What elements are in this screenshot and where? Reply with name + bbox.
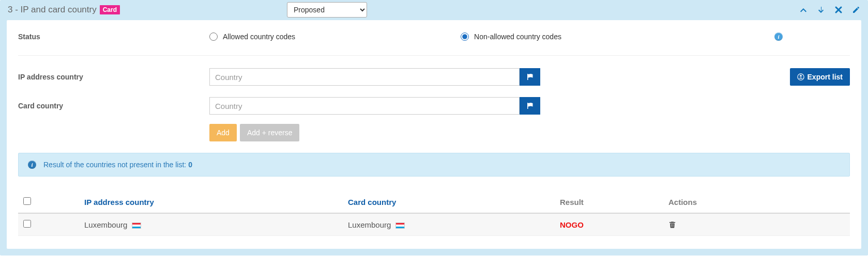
result-alert: i Result of the countries not present in… <box>18 153 850 177</box>
ip-country-input[interactable] <box>209 68 520 86</box>
card-country-label: Card country <box>18 102 209 110</box>
table-row: Luxembourg Luxembourg NOGO <box>18 213 850 236</box>
rule-panel: 3 - IP and card country Card Proposed <box>0 0 868 256</box>
radio-non-allowed-input[interactable] <box>461 33 469 41</box>
cell-result: NOGO <box>556 213 664 236</box>
panel-header: 3 - IP and card country Card Proposed <box>1 1 867 20</box>
alert-text: Result of the countries not present in t… <box>43 161 192 169</box>
panel-title: 3 - IP and card country <box>8 5 97 15</box>
state-select-wrap: Proposed <box>287 2 367 18</box>
flag-icon <box>526 73 534 81</box>
radio-non-allowed[interactable]: Non-allowed country codes <box>461 33 561 41</box>
th-ip[interactable]: IP address country <box>80 191 344 213</box>
th-result: Result <box>556 191 664 213</box>
header-actions <box>799 6 860 14</box>
state-select[interactable]: Proposed <box>287 2 367 18</box>
arrow-down-icon[interactable] <box>817 6 825 14</box>
radio-allowed-input[interactable] <box>209 33 218 41</box>
card-flag-button[interactable] <box>520 97 540 115</box>
card-country-row: Card country <box>18 97 850 115</box>
status-info[interactable]: i <box>774 33 783 41</box>
th-card[interactable]: Card country <box>344 191 556 213</box>
select-all-checkbox[interactable] <box>23 197 31 205</box>
flag-icon <box>526 102 534 110</box>
pencil-icon[interactable] <box>852 6 860 14</box>
status-row: Status Allowed country codes Non-allowed… <box>18 29 850 56</box>
radio-allowed-label: Allowed country codes <box>223 33 295 41</box>
add-buttons: Add Add + reverse <box>209 124 850 141</box>
cell-card: Luxembourg <box>344 213 556 236</box>
panel-body: Status Allowed country codes Non-allowed… <box>7 20 861 249</box>
ip-country-label: IP address country <box>18 73 209 81</box>
radio-non-allowed-label: Non-allowed country codes <box>474 33 561 41</box>
card-input-group <box>209 97 540 115</box>
status-radios: Allowed country codes Non-allowed countr… <box>209 33 850 41</box>
ip-flag-button[interactable] <box>520 68 540 86</box>
info-icon: i <box>774 33 783 41</box>
export-list-button[interactable]: Export list <box>790 68 850 86</box>
status-label: Status <box>18 33 209 41</box>
cell-ip: Luxembourg <box>80 213 344 236</box>
add-button[interactable]: Add <box>209 124 237 141</box>
luxembourg-flag-icon <box>395 222 405 229</box>
info-icon: i <box>28 161 36 169</box>
export-label: Export list <box>808 73 843 81</box>
trash-icon[interactable] <box>668 220 846 229</box>
cell-actions <box>664 213 850 236</box>
card-badge: Card <box>100 5 120 14</box>
ip-country-row: IP address country Export list <box>18 68 850 86</box>
th-actions: Actions <box>664 191 850 213</box>
add-reverse-button: Add + reverse <box>240 124 300 141</box>
row-checkbox[interactable] <box>23 220 31 228</box>
chevron-up-icon[interactable] <box>799 6 808 14</box>
close-icon[interactable] <box>834 6 843 14</box>
ip-input-group <box>209 68 540 86</box>
card-country-input[interactable] <box>209 97 520 115</box>
radio-allowed[interactable]: Allowed country codes <box>209 33 295 41</box>
countries-table: IP address country Card country Result A… <box>18 191 850 236</box>
export-icon <box>797 73 804 81</box>
luxembourg-flag-icon <box>132 222 141 229</box>
